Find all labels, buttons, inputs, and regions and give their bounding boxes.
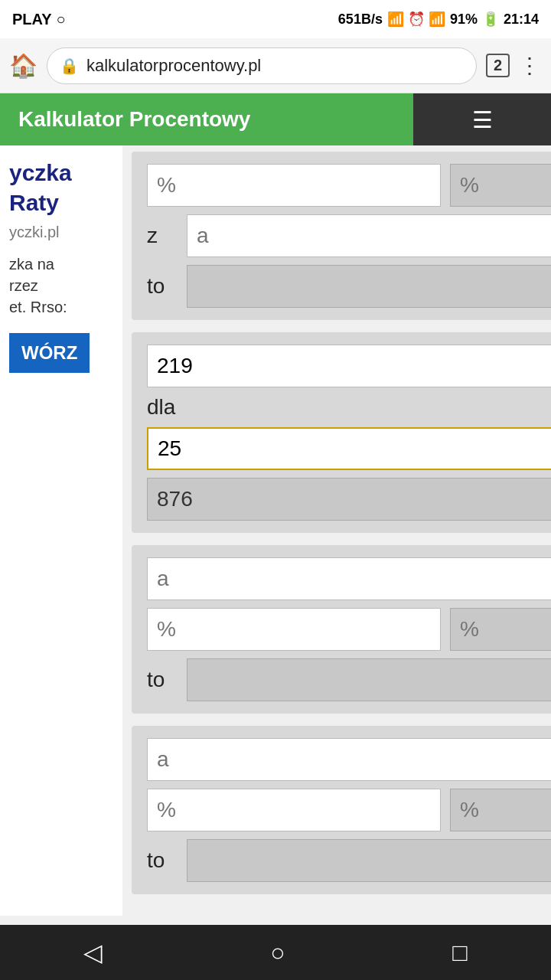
tab-badge[interactable]: 2 bbox=[486, 54, 510, 77]
card4-row1: – bbox=[147, 738, 551, 781]
main-content: yczka Raty yczki.pl zka na rzez et. Rrso… bbox=[0, 145, 551, 916]
browser-home-icon[interactable]: 🏠 bbox=[9, 52, 37, 79]
card1-to-label: to bbox=[147, 274, 178, 299]
app-header: Kalkulator Procentowy ☰ bbox=[0, 93, 551, 145]
card3-row1: + bbox=[147, 557, 551, 600]
card2-row2: dla bbox=[147, 395, 551, 420]
card4-percent-result bbox=[450, 789, 551, 831]
header-title-area: Kalkulator Procentowy bbox=[0, 93, 413, 145]
sidebar-desc-2: rzez bbox=[9, 277, 38, 294]
card1-percent-input[interactable] bbox=[147, 164, 441, 207]
header-menu-area[interactable]: ☰ bbox=[413, 93, 551, 145]
sidebar-desc-1: zka na bbox=[9, 256, 54, 273]
card1-a-input[interactable] bbox=[187, 214, 551, 257]
sidebar-desc: zka na rzez et. Rrso: bbox=[9, 253, 113, 318]
card4-to-result bbox=[187, 839, 551, 882]
card3-percent-input[interactable] bbox=[147, 608, 441, 651]
time-text: 21:14 bbox=[504, 11, 539, 28]
card3-a-input[interactable] bbox=[147, 557, 551, 600]
calc-card-4: – to bbox=[132, 726, 551, 894]
card3-row3: to bbox=[147, 658, 551, 701]
card2-row3: to bbox=[147, 427, 551, 470]
recent-button[interactable]: □ bbox=[452, 939, 467, 967]
browser-menu-icon[interactable]: ⋮ bbox=[519, 53, 542, 78]
home-button[interactable]: ○ bbox=[270, 939, 285, 967]
card1-row2: z bbox=[147, 214, 551, 257]
sidebar-desc-3: et. Rrso: bbox=[9, 299, 67, 315]
calc-card-1: z to bbox=[132, 152, 551, 320]
sidebar-title-line1: yczka bbox=[9, 160, 72, 185]
lock-icon: 🔒 bbox=[60, 57, 79, 75]
url-bar[interactable]: 🔒 kalkulatorprocentowy.pl bbox=[47, 47, 477, 84]
card4-a-input[interactable] bbox=[147, 738, 551, 781]
card4-row2 bbox=[147, 789, 551, 831]
card2-row4: % bbox=[147, 478, 551, 521]
battery-icon: 🔋 bbox=[482, 11, 499, 28]
sidebar-title: yczka Raty bbox=[9, 158, 113, 217]
card2-row1 bbox=[147, 345, 551, 387]
app-title: Kalkulator Procentowy bbox=[18, 107, 250, 132]
status-left: PLAY ○ bbox=[12, 11, 66, 28]
card3-to-result bbox=[187, 658, 551, 701]
browser-bar: 🏠 🔒 kalkulatorprocentowy.pl 2 ⋮ bbox=[0, 38, 551, 93]
calc-area: z to dla to % bbox=[122, 145, 551, 916]
card4-row3: to bbox=[147, 839, 551, 882]
card4-to-label: to bbox=[147, 848, 178, 873]
card1-row1 bbox=[147, 164, 551, 207]
card1-row3: to bbox=[147, 265, 551, 308]
status-right: 651B/s 📶 ⏰ 📶 91% 🔋 21:14 bbox=[338, 11, 539, 28]
hamburger-icon[interactable]: ☰ bbox=[472, 106, 493, 133]
card2-value2-input[interactable] bbox=[147, 427, 551, 470]
signal-icons: 📶 ⏰ 📶 bbox=[387, 11, 445, 28]
battery-text: 91% bbox=[450, 11, 478, 28]
back-button[interactable]: ◁ bbox=[83, 938, 103, 967]
card3-percent-result bbox=[450, 608, 551, 651]
card3-to-label: to bbox=[147, 668, 178, 692]
card1-percent-result bbox=[450, 164, 551, 207]
carrier-text: PLAY bbox=[12, 11, 52, 28]
speed-text: 651B/s bbox=[338, 11, 383, 28]
card2-dla-label: dla bbox=[147, 395, 178, 420]
card1-z-label: z bbox=[147, 224, 178, 248]
left-sidebar: yczka Raty yczki.pl zka na rzez et. Rrso… bbox=[0, 145, 122, 916]
status-bar: PLAY ○ 651B/s 📶 ⏰ 📶 91% 🔋 21:14 bbox=[0, 0, 551, 38]
sidebar-link[interactable]: yczki.pl bbox=[9, 224, 113, 241]
url-text: kalkulatorprocentowy.pl bbox=[86, 56, 261, 76]
card4-percent-input[interactable] bbox=[147, 789, 441, 831]
card2-value1-input[interactable] bbox=[147, 345, 551, 387]
bottom-nav: ◁ ○ □ bbox=[0, 925, 551, 980]
calc-card-2: dla to % bbox=[132, 332, 551, 533]
calc-card-3: + to bbox=[132, 545, 551, 714]
card1-to-result bbox=[187, 265, 551, 308]
carrier-icon: ○ bbox=[57, 11, 66, 28]
card2-result-input bbox=[147, 478, 551, 521]
card3-row2 bbox=[147, 608, 551, 651]
sidebar-button[interactable]: WÓRZ bbox=[9, 333, 90, 373]
sidebar-title-line2: Raty bbox=[9, 190, 59, 215]
